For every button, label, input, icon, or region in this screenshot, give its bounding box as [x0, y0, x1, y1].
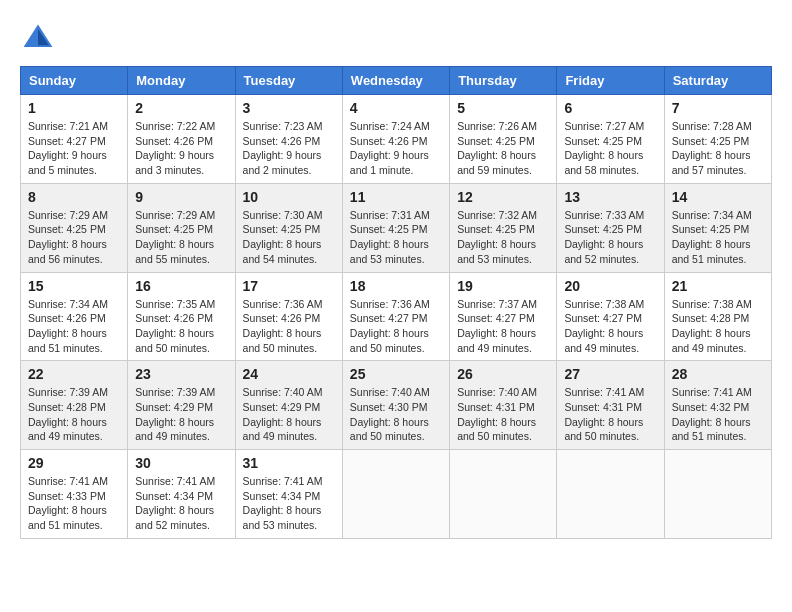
day-number: 21 [672, 278, 764, 294]
day-info: Sunrise: 7:41 AMSunset: 4:34 PMDaylight:… [243, 475, 323, 531]
week-row-5: 29 Sunrise: 7:41 AMSunset: 4:33 PMDaylig… [21, 450, 772, 539]
day-number: 25 [350, 366, 442, 382]
calendar-cell: 27 Sunrise: 7:41 AMSunset: 4:31 PMDaylig… [557, 361, 664, 450]
calendar-cell: 6 Sunrise: 7:27 AMSunset: 4:25 PMDayligh… [557, 95, 664, 184]
day-number: 13 [564, 189, 656, 205]
calendar-cell: 19 Sunrise: 7:37 AMSunset: 4:27 PMDaylig… [450, 272, 557, 361]
col-header-thursday: Thursday [450, 67, 557, 95]
day-number: 12 [457, 189, 549, 205]
week-row-4: 22 Sunrise: 7:39 AMSunset: 4:28 PMDaylig… [21, 361, 772, 450]
day-number: 14 [672, 189, 764, 205]
calendar-cell: 21 Sunrise: 7:38 AMSunset: 4:28 PMDaylig… [664, 272, 771, 361]
calendar-cell: 13 Sunrise: 7:33 AMSunset: 4:25 PMDaylig… [557, 183, 664, 272]
day-number: 16 [135, 278, 227, 294]
calendar-cell: 23 Sunrise: 7:39 AMSunset: 4:29 PMDaylig… [128, 361, 235, 450]
day-info: Sunrise: 7:41 AMSunset: 4:33 PMDaylight:… [28, 475, 108, 531]
calendar-cell: 5 Sunrise: 7:26 AMSunset: 4:25 PMDayligh… [450, 95, 557, 184]
calendar-cell: 30 Sunrise: 7:41 AMSunset: 4:34 PMDaylig… [128, 450, 235, 539]
calendar-cell: 18 Sunrise: 7:36 AMSunset: 4:27 PMDaylig… [342, 272, 449, 361]
day-info: Sunrise: 7:31 AMSunset: 4:25 PMDaylight:… [350, 209, 430, 265]
calendar-cell: 10 Sunrise: 7:30 AMSunset: 4:25 PMDaylig… [235, 183, 342, 272]
calendar-cell: 3 Sunrise: 7:23 AMSunset: 4:26 PMDayligh… [235, 95, 342, 184]
day-info: Sunrise: 7:24 AMSunset: 4:26 PMDaylight:… [350, 120, 430, 176]
day-number: 18 [350, 278, 442, 294]
day-info: Sunrise: 7:39 AMSunset: 4:29 PMDaylight:… [135, 386, 215, 442]
calendar-cell: 2 Sunrise: 7:22 AMSunset: 4:26 PMDayligh… [128, 95, 235, 184]
calendar-cell: 20 Sunrise: 7:38 AMSunset: 4:27 PMDaylig… [557, 272, 664, 361]
day-number: 27 [564, 366, 656, 382]
col-header-monday: Monday [128, 67, 235, 95]
calendar-cell: 22 Sunrise: 7:39 AMSunset: 4:28 PMDaylig… [21, 361, 128, 450]
calendar-cell: 9 Sunrise: 7:29 AMSunset: 4:25 PMDayligh… [128, 183, 235, 272]
day-info: Sunrise: 7:40 AMSunset: 4:31 PMDaylight:… [457, 386, 537, 442]
day-number: 7 [672, 100, 764, 116]
day-info: Sunrise: 7:30 AMSunset: 4:25 PMDaylight:… [243, 209, 323, 265]
day-info: Sunrise: 7:41 AMSunset: 4:32 PMDaylight:… [672, 386, 752, 442]
calendar-cell [664, 450, 771, 539]
calendar-cell: 16 Sunrise: 7:35 AMSunset: 4:26 PMDaylig… [128, 272, 235, 361]
day-info: Sunrise: 7:34 AMSunset: 4:26 PMDaylight:… [28, 298, 108, 354]
day-number: 5 [457, 100, 549, 116]
calendar-cell: 7 Sunrise: 7:28 AMSunset: 4:25 PMDayligh… [664, 95, 771, 184]
calendar-cell: 12 Sunrise: 7:32 AMSunset: 4:25 PMDaylig… [450, 183, 557, 272]
calendar-cell: 15 Sunrise: 7:34 AMSunset: 4:26 PMDaylig… [21, 272, 128, 361]
calendar-cell: 29 Sunrise: 7:41 AMSunset: 4:33 PMDaylig… [21, 450, 128, 539]
day-number: 8 [28, 189, 120, 205]
day-info: Sunrise: 7:33 AMSunset: 4:25 PMDaylight:… [564, 209, 644, 265]
day-number: 22 [28, 366, 120, 382]
day-info: Sunrise: 7:29 AMSunset: 4:25 PMDaylight:… [28, 209, 108, 265]
calendar-cell: 24 Sunrise: 7:40 AMSunset: 4:29 PMDaylig… [235, 361, 342, 450]
day-info: Sunrise: 7:27 AMSunset: 4:25 PMDaylight:… [564, 120, 644, 176]
day-info: Sunrise: 7:23 AMSunset: 4:26 PMDaylight:… [243, 120, 323, 176]
calendar-cell: 28 Sunrise: 7:41 AMSunset: 4:32 PMDaylig… [664, 361, 771, 450]
day-number: 9 [135, 189, 227, 205]
day-number: 1 [28, 100, 120, 116]
day-info: Sunrise: 7:26 AMSunset: 4:25 PMDaylight:… [457, 120, 537, 176]
day-number: 11 [350, 189, 442, 205]
logo-icon [20, 20, 56, 56]
day-number: 24 [243, 366, 335, 382]
calendar-cell: 17 Sunrise: 7:36 AMSunset: 4:26 PMDaylig… [235, 272, 342, 361]
calendar-cell: 14 Sunrise: 7:34 AMSunset: 4:25 PMDaylig… [664, 183, 771, 272]
calendar-cell [557, 450, 664, 539]
calendar-cell: 1 Sunrise: 7:21 AMSunset: 4:27 PMDayligh… [21, 95, 128, 184]
day-info: Sunrise: 7:29 AMSunset: 4:25 PMDaylight:… [135, 209, 215, 265]
header [20, 20, 772, 56]
calendar-cell [450, 450, 557, 539]
day-number: 3 [243, 100, 335, 116]
calendar-cell: 11 Sunrise: 7:31 AMSunset: 4:25 PMDaylig… [342, 183, 449, 272]
col-header-wednesday: Wednesday [342, 67, 449, 95]
day-info: Sunrise: 7:21 AMSunset: 4:27 PMDaylight:… [28, 120, 108, 176]
week-row-1: 1 Sunrise: 7:21 AMSunset: 4:27 PMDayligh… [21, 95, 772, 184]
day-number: 20 [564, 278, 656, 294]
day-info: Sunrise: 7:41 AMSunset: 4:31 PMDaylight:… [564, 386, 644, 442]
day-number: 29 [28, 455, 120, 471]
calendar-cell: 25 Sunrise: 7:40 AMSunset: 4:30 PMDaylig… [342, 361, 449, 450]
day-info: Sunrise: 7:41 AMSunset: 4:34 PMDaylight:… [135, 475, 215, 531]
calendar-cell: 4 Sunrise: 7:24 AMSunset: 4:26 PMDayligh… [342, 95, 449, 184]
day-number: 23 [135, 366, 227, 382]
day-number: 28 [672, 366, 764, 382]
week-row-3: 15 Sunrise: 7:34 AMSunset: 4:26 PMDaylig… [21, 272, 772, 361]
day-info: Sunrise: 7:38 AMSunset: 4:27 PMDaylight:… [564, 298, 644, 354]
day-number: 31 [243, 455, 335, 471]
calendar-cell: 31 Sunrise: 7:41 AMSunset: 4:34 PMDaylig… [235, 450, 342, 539]
day-info: Sunrise: 7:40 AMSunset: 4:29 PMDaylight:… [243, 386, 323, 442]
day-number: 30 [135, 455, 227, 471]
day-info: Sunrise: 7:39 AMSunset: 4:28 PMDaylight:… [28, 386, 108, 442]
day-info: Sunrise: 7:36 AMSunset: 4:26 PMDaylight:… [243, 298, 323, 354]
week-row-2: 8 Sunrise: 7:29 AMSunset: 4:25 PMDayligh… [21, 183, 772, 272]
day-info: Sunrise: 7:35 AMSunset: 4:26 PMDaylight:… [135, 298, 215, 354]
calendar-table: SundayMondayTuesdayWednesdayThursdayFrid… [20, 66, 772, 539]
col-header-sunday: Sunday [21, 67, 128, 95]
calendar-cell: 8 Sunrise: 7:29 AMSunset: 4:25 PMDayligh… [21, 183, 128, 272]
logo [20, 20, 62, 56]
day-number: 4 [350, 100, 442, 116]
day-number: 10 [243, 189, 335, 205]
page-container: SundayMondayTuesdayWednesdayThursdayFrid… [20, 20, 772, 539]
day-number: 6 [564, 100, 656, 116]
day-info: Sunrise: 7:22 AMSunset: 4:26 PMDaylight:… [135, 120, 215, 176]
day-info: Sunrise: 7:38 AMSunset: 4:28 PMDaylight:… [672, 298, 752, 354]
day-number: 15 [28, 278, 120, 294]
day-number: 2 [135, 100, 227, 116]
